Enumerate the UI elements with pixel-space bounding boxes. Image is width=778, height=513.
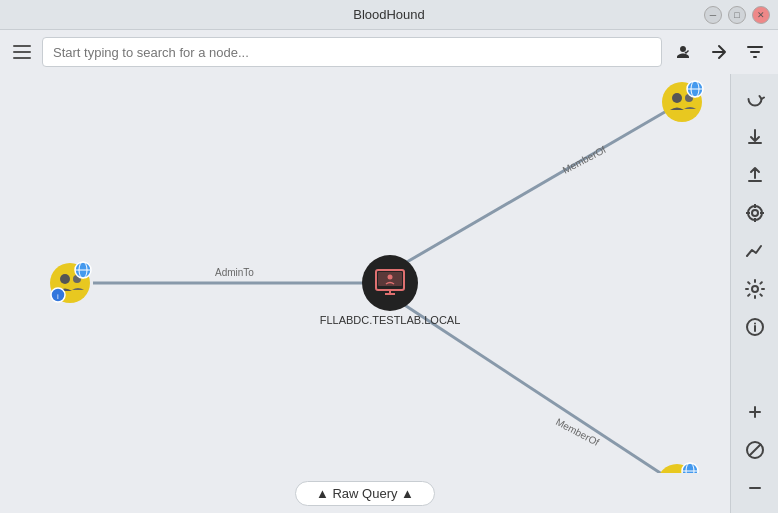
svg-point-31 [752,210,758,216]
svg-point-23 [60,274,70,284]
download-button[interactable] [738,120,772,154]
svg-line-43 [749,444,761,456]
center-node-label: FLLABDC.TESTLAB.LOCAL [320,314,461,326]
settings-button[interactable] [738,272,772,306]
svg-point-9 [388,275,393,280]
svg-point-39 [754,323,756,325]
svg-point-30 [748,206,762,220]
maximize-button[interactable]: □ [728,6,746,24]
searchbar [0,30,778,74]
svg-point-11 [672,93,682,103]
svg-point-36 [752,286,758,292]
app-title: BloodHound [353,7,425,22]
zoom-out-button[interactable] [738,471,772,505]
stats-button[interactable] [738,234,772,268]
graph-svg: AdminTo MemberOf MemberOf FLLABDC.TESTLA… [0,74,730,473]
upload-button[interactable] [738,158,772,192]
raw-query-button[interactable]: ▲ Raw Query ▲ [295,481,435,506]
raw-query-label: ▲ Raw Query ▲ [316,486,414,501]
filter-icon-button[interactable] [740,37,770,67]
svg-text:i: i [57,292,59,301]
graph-area[interactable]: AdminTo MemberOf MemberOf FLLABDC.TESTLA… [0,74,730,473]
zoom-in-button[interactable] [738,395,772,429]
edge-label-adminto: AdminTo [215,267,254,278]
refresh-button[interactable] [738,82,772,116]
minimize-button[interactable]: ─ [704,6,722,24]
path-icon-button[interactable] [704,37,734,67]
person-icon-button[interactable] [668,37,698,67]
raw-query-bar: ▲ Raw Query ▲ [0,473,730,513]
target-button[interactable] [738,196,772,230]
block-button[interactable] [738,433,772,467]
close-button[interactable]: ✕ [752,6,770,24]
titlebar: BloodHound ─ □ ✕ [0,0,778,30]
window-controls[interactable]: ─ □ ✕ [704,6,770,24]
info-button[interactable] [738,310,772,344]
menu-button[interactable] [8,38,36,66]
search-input[interactable] [42,37,662,67]
right-toolbar [730,74,778,513]
